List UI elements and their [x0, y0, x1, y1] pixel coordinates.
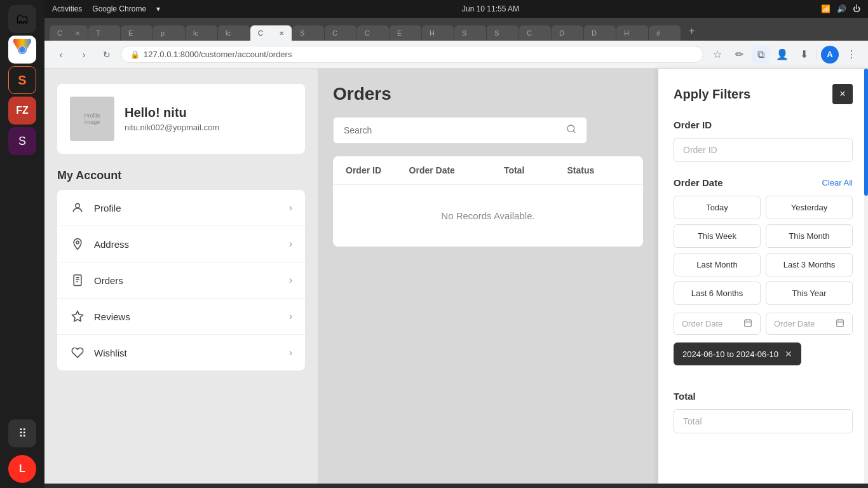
svg-point-2	[19, 46, 25, 53]
tab-18[interactable]: H	[616, 25, 648, 41]
order-id-section-title: Order ID	[674, 119, 712, 130]
tab-3[interactable]: E	[121, 25, 153, 41]
separator	[817, 48, 817, 61]
url-text[interactable]: 127.0.0.1:8000/customer/account/orders	[144, 50, 292, 59]
tab-4[interactable]: p	[153, 25, 185, 41]
today-button[interactable]: Today	[674, 196, 761, 219]
tab-6[interactable]: lc	[218, 25, 250, 41]
svg-rect-12	[745, 320, 752, 326]
tab-2[interactable]: T	[88, 25, 120, 41]
filter-header: Apply Filters ×	[674, 84, 853, 104]
tab-12[interactable]: H	[422, 25, 454, 41]
system-bar: Activities Google Chrome ▾ Jun 10 11:55 …	[44, 0, 868, 18]
svg-point-4	[76, 241, 79, 243]
tab-10[interactable]: C	[357, 25, 389, 41]
taskbar-slack[interactable]: S	[8, 127, 36, 155]
date-range-inputs: Order Date	[674, 313, 853, 335]
new-tab-button[interactable]: +	[681, 22, 700, 41]
scrollbar-thumb[interactable]	[864, 69, 868, 196]
last-6-months-button[interactable]: Last 6 Months	[674, 281, 761, 305]
sidebar-item-reviews[interactable]: Reviews ›	[57, 299, 305, 335]
filter-order-id-section: Order ID	[674, 119, 853, 162]
sidebar-item-wishlist[interactable]: Wishlist ›	[57, 335, 305, 370]
filter-close-button[interactable]: ×	[832, 84, 853, 104]
tab-15[interactable]: C	[519, 25, 551, 41]
tab-5[interactable]: lc	[186, 25, 217, 41]
svg-point-3	[76, 203, 80, 208]
date-quick-buttons: Today Yesterday This Week This Month Las…	[674, 196, 853, 305]
profile-label: Profile	[94, 203, 289, 214]
wishlist-label: Wishlist	[94, 348, 289, 358]
col-total: Total	[504, 165, 567, 175]
star-icon	[70, 309, 85, 324]
power-icon[interactable]: ⏻	[853, 4, 860, 13]
tab-active[interactable]: C ✕	[250, 25, 292, 41]
tab-close-1[interactable]: ✕	[75, 30, 80, 37]
last-month-button[interactable]: Last Month	[674, 253, 761, 276]
profile-sync-icon[interactable]: 👤	[773, 46, 791, 64]
sidebar-item-orders[interactable]: Orders ›	[57, 262, 305, 299]
address-bar[interactable]: 🔒 127.0.0.1:8000/customer/account/orders	[121, 46, 703, 63]
orders-title: Orders	[333, 84, 643, 104]
tab-8[interactable]: S	[292, 25, 324, 41]
system-time: Jun 10 11:55 AM	[462, 4, 519, 13]
bookmark-button[interactable]: ☆	[709, 46, 726, 64]
activities-label[interactable]: Activities	[52, 4, 82, 13]
this-week-button[interactable]: This Week	[674, 224, 761, 248]
taskbar-chrome[interactable]	[8, 36, 36, 64]
sidebar-item-address[interactable]: Address ›	[57, 226, 305, 262]
active-date-tag: 2024-06-10 to 2024-06-10 ✕	[674, 342, 801, 365]
tab-17[interactable]: D	[584, 25, 616, 41]
address-label: Address	[94, 239, 289, 250]
taskbar-grid[interactable]: ⠿	[8, 419, 36, 447]
orders-icon	[70, 273, 85, 288]
orders-label: Orders	[94, 275, 289, 286]
edit-icon[interactable]: ✏	[730, 46, 748, 64]
footer: QUICK LINK HELP N	[44, 484, 868, 488]
this-year-button[interactable]: This Year	[766, 281, 853, 305]
date-section-header: Order Date Clear All	[674, 177, 853, 188]
tab-16[interactable]: D	[552, 25, 583, 41]
svg-line-11	[573, 131, 575, 133]
tab-1[interactable]: C ✕	[50, 25, 88, 41]
tab-14[interactable]: S	[487, 25, 519, 41]
clear-all-button[interactable]: Clear All	[822, 178, 853, 187]
tab-13[interactable]: S	[454, 25, 486, 41]
empty-message: No Records Available.	[333, 185, 643, 247]
taskbar-files[interactable]: 🗂	[8, 5, 36, 33]
taskbar-laravel[interactable]: L	[8, 455, 36, 483]
tab-9[interactable]: C	[325, 25, 356, 41]
browser-name-label[interactable]: Google Chrome	[92, 4, 146, 13]
svg-point-10	[567, 125, 574, 132]
secure-icon: 🔒	[130, 50, 140, 59]
last-3-months-button[interactable]: Last 3 Months	[766, 253, 853, 276]
search-bar[interactable]	[333, 117, 587, 144]
this-month-button[interactable]: This Month	[766, 224, 853, 248]
start-date-input[interactable]: Order Date	[674, 313, 761, 335]
taskbar-sublime[interactable]: S	[8, 66, 36, 94]
user-avatar[interactable]: A	[821, 46, 839, 64]
sidebar-item-profile[interactable]: Profile ›	[57, 190, 305, 226]
tab-11[interactable]: E	[390, 25, 421, 41]
email-text: nitu.nik002@yopmail.com	[125, 123, 219, 132]
sound-icon[interactable]: 🔊	[837, 4, 846, 13]
heart-icon	[70, 345, 85, 360]
extensions-icon[interactable]: ⧉	[752, 46, 770, 64]
taskbar-filezilla[interactable]: FZ	[8, 97, 36, 125]
forward-button[interactable]: ›	[75, 46, 93, 64]
filter-panel: Apply Filters × Order ID Order Date	[658, 69, 868, 484]
search-input[interactable]	[344, 125, 560, 135]
order-id-input[interactable]	[674, 138, 853, 162]
back-button[interactable]: ‹	[52, 46, 70, 64]
total-input[interactable]	[674, 409, 853, 433]
tab-19[interactable]: #	[649, 25, 681, 41]
location-icon	[70, 236, 85, 252]
yesterday-button[interactable]: Yesterday	[766, 196, 853, 219]
tab-close-active[interactable]: ✕	[279, 30, 284, 37]
date-tag-close[interactable]: ✕	[785, 349, 792, 359]
svg-marker-9	[72, 311, 83, 322]
end-date-input[interactable]: Order Date	[766, 313, 853, 335]
more-menu[interactable]: ⋮	[843, 46, 860, 64]
download-icon[interactable]: ⬇	[795, 46, 813, 64]
reload-button[interactable]: ↻	[98, 46, 116, 64]
